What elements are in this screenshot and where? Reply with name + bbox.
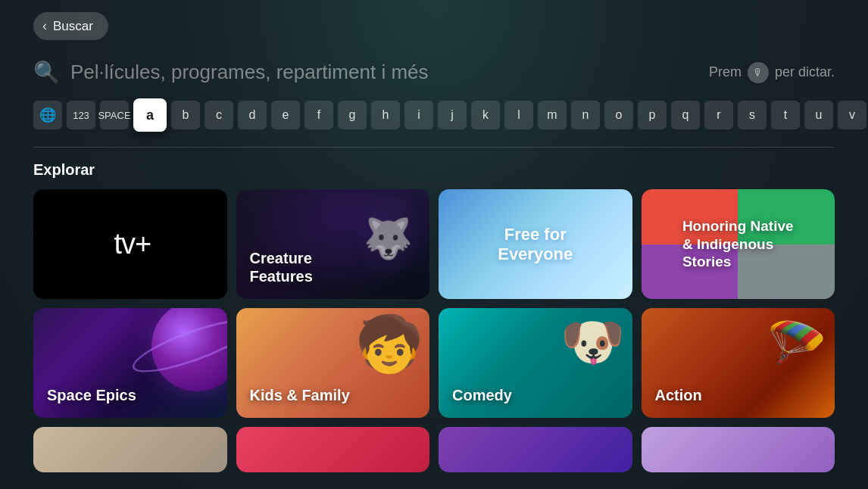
card-appletv[interactable]: tv+ bbox=[33, 189, 227, 299]
letter-a-key[interactable]: a bbox=[133, 98, 167, 132]
appletv-text: tv+ bbox=[114, 228, 151, 260]
partial-card-2[interactable] bbox=[236, 427, 430, 472]
dictate-suffix: per dictar. bbox=[775, 64, 835, 80]
letter-j-key[interactable]: j bbox=[438, 101, 467, 129]
letter-u-key[interactable]: u bbox=[804, 101, 833, 129]
card-free-for-everyone[interactable]: Free forEveryone bbox=[439, 189, 632, 299]
divider bbox=[33, 147, 835, 148]
keyboard-row: 🌐 123 SPACE a b c d e f g h i j k l m n … bbox=[33, 98, 835, 132]
letter-h-key[interactable]: h bbox=[371, 101, 400, 129]
back-label: Buscar bbox=[53, 19, 93, 34]
letter-t-key[interactable]: t bbox=[771, 101, 800, 129]
numbers-key[interactable]: 123 bbox=[67, 101, 95, 129]
top-bar: ‹ Buscar bbox=[0, 0, 868, 52]
letter-v-key[interactable]: v bbox=[838, 101, 866, 129]
dictate-prefix: Prem bbox=[709, 64, 742, 80]
letter-i-key[interactable]: i bbox=[404, 101, 433, 129]
explore-section: Explorar tv+ 🐺 CreatureFeatures Free for… bbox=[0, 161, 868, 472]
letter-n-key[interactable]: n bbox=[571, 101, 600, 129]
letter-p-key[interactable]: p bbox=[638, 101, 667, 129]
back-chevron-icon: ‹ bbox=[42, 18, 47, 34]
card-action[interactable]: 🪂 Action bbox=[642, 308, 835, 418]
letter-q-key[interactable]: q bbox=[671, 101, 700, 129]
appletv-logo: tv+ bbox=[109, 228, 151, 260]
card-native-stories[interactable]: Honoring Native& IndigenousStories bbox=[642, 189, 835, 299]
creature-features-label: CreatureFeatures bbox=[250, 249, 313, 285]
space-key[interactable]: SPACE bbox=[100, 101, 129, 129]
card-grid: tv+ 🐺 CreatureFeatures Free forEveryone … bbox=[33, 189, 835, 418]
search-bar: 🔍 Pel·lícules, programes, repartiment i … bbox=[0, 52, 868, 92]
back-button[interactable]: ‹ Buscar bbox=[33, 12, 108, 40]
letter-m-key[interactable]: m bbox=[538, 101, 567, 129]
kids-figure: 🧒 bbox=[355, 312, 423, 376]
bottom-card-row bbox=[33, 427, 835, 472]
action-label: Action bbox=[655, 386, 702, 404]
native-stories-label: Honoring Native& IndigenousStories bbox=[682, 217, 794, 271]
card-space-epics[interactable]: Space Epics bbox=[33, 308, 227, 418]
partial-card-4[interactable] bbox=[642, 427, 835, 472]
kids-family-label: Kids & Family bbox=[250, 386, 350, 404]
space-epics-label: Space Epics bbox=[47, 386, 136, 404]
dictate-hint: Prem 🎙 per dictar. bbox=[709, 62, 835, 83]
comedy-dog-figure: 🐶 bbox=[560, 312, 625, 372]
action-figure: 🪂 bbox=[767, 316, 827, 372]
letter-r-key[interactable]: r bbox=[704, 101, 733, 129]
letter-b-key[interactable]: b bbox=[171, 101, 200, 129]
letter-d-key[interactable]: d bbox=[238, 101, 267, 129]
search-icon: 🔍 bbox=[33, 60, 60, 85]
letter-e-key[interactable]: e bbox=[271, 101, 300, 129]
creature-figure: 🐺 bbox=[354, 197, 422, 280]
card-creature-features[interactable]: 🐺 CreatureFeatures bbox=[236, 189, 430, 299]
letter-l-key[interactable]: l bbox=[504, 101, 533, 129]
search-placeholder: Pel·lícules, programes, repartiment i mé… bbox=[70, 61, 698, 84]
comedy-label: Comedy bbox=[452, 386, 512, 404]
section-title: Explorar bbox=[33, 161, 835, 179]
card-comedy[interactable]: 🐶 Comedy bbox=[439, 308, 632, 418]
mic-button[interactable]: 🎙 bbox=[748, 62, 769, 83]
letter-g-key[interactable]: g bbox=[338, 101, 367, 129]
letter-c-key[interactable]: c bbox=[205, 101, 233, 129]
card-kids-family[interactable]: 🧒 Kids & Family bbox=[236, 308, 430, 418]
native-overlay: Honoring Native& IndigenousStories bbox=[642, 189, 835, 299]
letter-s-key[interactable]: s bbox=[738, 101, 767, 129]
mic-icon: 🎙 bbox=[753, 67, 763, 79]
free-for-everyone-label: Free forEveryone bbox=[458, 224, 613, 264]
letter-o-key[interactable]: o bbox=[604, 101, 633, 129]
letter-f-key[interactable]: f bbox=[304, 101, 333, 129]
globe-key[interactable]: 🌐 bbox=[33, 101, 62, 129]
partial-card-3[interactable] bbox=[439, 427, 632, 472]
keyboard: 🌐 123 SPACE a b c d e f g h i j k l m n … bbox=[0, 92, 868, 141]
partial-card-1[interactable] bbox=[33, 427, 227, 472]
letter-k-key[interactable]: k bbox=[471, 101, 500, 129]
